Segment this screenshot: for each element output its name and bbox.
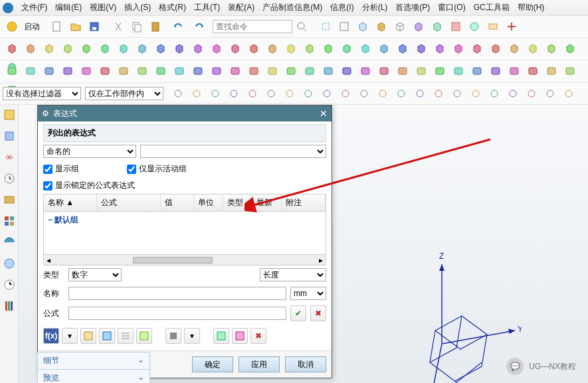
feature-1-icon[interactable]: [23, 40, 39, 56]
feature-17-icon[interactable]: [320, 40, 336, 56]
reuse-icon[interactable]: [2, 192, 17, 207]
insert-icon[interactable]: [136, 328, 152, 344]
cb-show-active-group[interactable]: 仅显示活动组: [127, 163, 187, 175]
extra-21-icon[interactable]: [395, 63, 411, 79]
extra-18-icon[interactable]: [339, 63, 355, 79]
ok-button[interactable]: 确定: [192, 356, 233, 372]
scroll-thumb[interactable]: [133, 257, 213, 264]
scroll-left-icon[interactable]: ◂: [44, 256, 53, 265]
feature-0-icon[interactable]: [4, 40, 20, 56]
extra-24-icon[interactable]: [450, 63, 466, 79]
extra-29-icon[interactable]: [543, 63, 559, 79]
misc3-icon[interactable]: [504, 19, 520, 35]
tab-preview[interactable]: 预览⌄: [37, 369, 150, 383]
extra-4-icon[interactable]: [78, 63, 94, 79]
feature-21-icon[interactable]: [395, 40, 411, 56]
extra-26-icon[interactable]: [488, 63, 504, 79]
undo-icon[interactable]: [171, 19, 187, 35]
menu-window[interactable]: 窗口(O): [434, 2, 469, 13]
sheet-icon[interactable]: [213, 328, 229, 344]
close-icon[interactable]: ✕: [320, 108, 328, 119]
extra-9-icon[interactable]: [171, 63, 187, 79]
export-icon[interactable]: [99, 328, 115, 344]
extra-7-icon[interactable]: [134, 63, 150, 79]
extra-14-icon[interactable]: [264, 63, 280, 79]
type-select[interactable]: 数字: [68, 268, 122, 281]
selfilter-20-icon[interactable]: [542, 86, 558, 102]
extra-20-icon[interactable]: [376, 63, 392, 79]
extra-6-icon[interactable]: [116, 63, 132, 79]
extra-19-icon[interactable]: [357, 63, 373, 79]
square-icon[interactable]: [165, 328, 181, 344]
selfilter-4-icon[interactable]: [245, 86, 260, 102]
feature-5-icon[interactable]: [97, 40, 113, 56]
feature-11-icon[interactable]: [209, 40, 225, 56]
cb-show-group[interactable]: 显示组: [43, 163, 79, 175]
extra-3-icon[interactable]: [60, 63, 76, 79]
start-button[interactable]: [4, 19, 20, 35]
open-icon[interactable]: [68, 19, 84, 35]
part-navigator-icon[interactable]: [2, 108, 17, 122]
extra-17-icon[interactable]: [320, 63, 336, 79]
extra-22-icon[interactable]: [413, 63, 429, 79]
col-unit[interactable]: 单位: [194, 194, 223, 211]
feature-14-icon[interactable]: [264, 40, 280, 56]
selfilter-5-icon[interactable]: [263, 86, 279, 102]
menu-gctoolbox[interactable]: GC工具箱: [470, 2, 514, 13]
extra-8-icon[interactable]: [153, 63, 169, 79]
feature-15-icon[interactable]: [283, 40, 299, 56]
palette-icon[interactable]: [2, 299, 17, 313]
feature-4-icon[interactable]: [78, 40, 94, 56]
assembly-navigator-icon[interactable]: [2, 129, 17, 143]
menu-help[interactable]: 帮助(H): [514, 2, 549, 13]
constraint-icon[interactable]: [2, 150, 17, 165]
cb-show-locked-formula[interactable]: 显示锁定的公式表达式: [43, 180, 135, 191]
tab-detail[interactable]: 细节⌄: [37, 352, 150, 369]
extra-27-icon[interactable]: [506, 63, 522, 79]
dialog-titlebar[interactable]: ⚙ 表达式 ✕: [38, 106, 332, 121]
apply-button[interactable]: 应用: [239, 356, 280, 372]
redo-icon[interactable]: [190, 19, 206, 35]
zoom-icon[interactable]: [336, 19, 352, 35]
selection-filter-select[interactable]: 没有选择过滤器: [3, 87, 81, 100]
feature-24-icon[interactable]: [450, 40, 466, 56]
menu-edit[interactable]: 编辑(E): [51, 2, 86, 13]
roles-icon[interactable]: [2, 214, 17, 228]
square-dropdown-icon[interactable]: ▾: [184, 328, 200, 344]
selfilter-15-icon[interactable]: [449, 86, 465, 102]
feature-25-icon[interactable]: [469, 40, 485, 56]
feature-18-icon[interactable]: [339, 40, 355, 56]
selfilter-21-icon[interactable]: [561, 86, 577, 102]
list-icon[interactable]: [118, 328, 134, 344]
feature-28-icon[interactable]: [525, 40, 541, 56]
clock-icon[interactable]: [2, 277, 17, 292]
menu-format[interactable]: 格式(R): [155, 2, 190, 13]
shaded-icon[interactable]: [373, 19, 389, 35]
box-icon[interactable]: [355, 19, 371, 35]
unit-select[interactable]: mm: [290, 287, 326, 300]
new-icon[interactable]: [49, 19, 65, 35]
feature-22-icon[interactable]: [413, 40, 429, 56]
measure-select[interactable]: 长度: [260, 268, 326, 281]
selfilter-1-icon[interactable]: [189, 86, 205, 102]
col-formula[interactable]: 公式: [97, 194, 161, 211]
feature-23-icon[interactable]: [432, 40, 448, 56]
extra-15-icon[interactable]: [283, 63, 299, 79]
fx-icon[interactable]: f(x): [43, 328, 59, 344]
feature-19-icon[interactable]: [357, 40, 373, 56]
delete-icon[interactable]: ✖: [250, 328, 266, 344]
feature-30-icon[interactable]: [562, 40, 578, 56]
extra-28-icon[interactable]: [525, 63, 541, 79]
selfilter-10-icon[interactable]: [356, 86, 372, 102]
selfilter-2-icon[interactable]: [207, 86, 223, 102]
hd3d-icon[interactable]: [2, 235, 17, 250]
selfilter-16-icon[interactable]: [468, 86, 484, 102]
feature-27-icon[interactable]: [506, 40, 522, 56]
feature-3-icon[interactable]: [60, 40, 76, 56]
fx-dropdown-icon[interactable]: ▾: [62, 328, 78, 344]
extra-13-icon[interactable]: [246, 63, 262, 79]
extra-30-icon[interactable]: [562, 63, 578, 79]
extra-25-icon[interactable]: [469, 63, 485, 79]
name-input[interactable]: [68, 287, 286, 300]
p10-icon[interactable]: [232, 328, 248, 344]
